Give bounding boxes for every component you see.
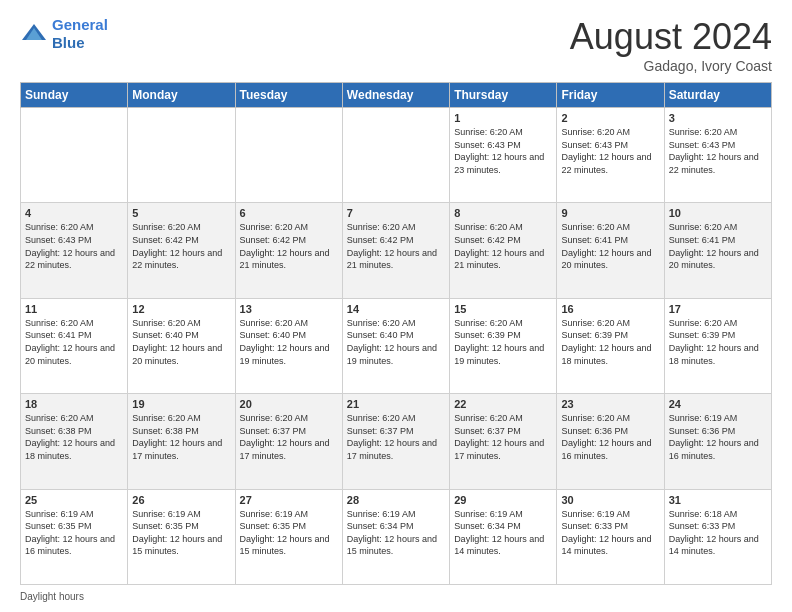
day-info: Sunrise: 6:19 AM Sunset: 6:36 PM Dayligh…: [669, 412, 767, 462]
day-number: 27: [240, 494, 338, 506]
calendar-cell: 6Sunrise: 6:20 AM Sunset: 6:42 PM Daylig…: [235, 203, 342, 298]
calendar-cell: 18Sunrise: 6:20 AM Sunset: 6:38 PM Dayli…: [21, 394, 128, 489]
calendar-table: SundayMondayTuesdayWednesdayThursdayFrid…: [20, 82, 772, 585]
calendar-cell: 29Sunrise: 6:19 AM Sunset: 6:34 PM Dayli…: [450, 489, 557, 584]
title-section: August 2024 Gadago, Ivory Coast: [570, 16, 772, 74]
day-info: Sunrise: 6:20 AM Sunset: 6:39 PM Dayligh…: [454, 317, 552, 367]
calendar-header-monday: Monday: [128, 83, 235, 108]
day-number: 22: [454, 398, 552, 410]
daylight-label: Daylight hours: [20, 591, 84, 602]
calendar-cell: 1Sunrise: 6:20 AM Sunset: 6:43 PM Daylig…: [450, 108, 557, 203]
calendar-cell: 31Sunrise: 6:18 AM Sunset: 6:33 PM Dayli…: [664, 489, 771, 584]
day-info: Sunrise: 6:20 AM Sunset: 6:43 PM Dayligh…: [669, 126, 767, 176]
day-info: Sunrise: 6:20 AM Sunset: 6:42 PM Dayligh…: [347, 221, 445, 271]
day-number: 3: [669, 112, 767, 124]
calendar-cell: 30Sunrise: 6:19 AM Sunset: 6:33 PM Dayli…: [557, 489, 664, 584]
calendar-header-friday: Friday: [557, 83, 664, 108]
day-number: 17: [669, 303, 767, 315]
calendar-header-wednesday: Wednesday: [342, 83, 449, 108]
calendar-cell: 4Sunrise: 6:20 AM Sunset: 6:43 PM Daylig…: [21, 203, 128, 298]
day-info: Sunrise: 6:19 AM Sunset: 6:35 PM Dayligh…: [240, 508, 338, 558]
calendar-cell: 3Sunrise: 6:20 AM Sunset: 6:43 PM Daylig…: [664, 108, 771, 203]
day-number: 2: [561, 112, 659, 124]
day-info: Sunrise: 6:20 AM Sunset: 6:38 PM Dayligh…: [132, 412, 230, 462]
day-number: 7: [347, 207, 445, 219]
day-number: 8: [454, 207, 552, 219]
month-year: August 2024: [570, 16, 772, 58]
calendar-cell: 2Sunrise: 6:20 AM Sunset: 6:43 PM Daylig…: [557, 108, 664, 203]
day-number: 14: [347, 303, 445, 315]
location: Gadago, Ivory Coast: [570, 58, 772, 74]
calendar-week-1: 1Sunrise: 6:20 AM Sunset: 6:43 PM Daylig…: [21, 108, 772, 203]
day-info: Sunrise: 6:19 AM Sunset: 6:34 PM Dayligh…: [347, 508, 445, 558]
logo-icon: [20, 20, 48, 48]
day-info: Sunrise: 6:20 AM Sunset: 6:39 PM Dayligh…: [561, 317, 659, 367]
day-info: Sunrise: 6:20 AM Sunset: 6:40 PM Dayligh…: [240, 317, 338, 367]
day-info: Sunrise: 6:20 AM Sunset: 6:42 PM Dayligh…: [240, 221, 338, 271]
day-number: 6: [240, 207, 338, 219]
day-number: 9: [561, 207, 659, 219]
calendar-cell: 28Sunrise: 6:19 AM Sunset: 6:34 PM Dayli…: [342, 489, 449, 584]
page: General Blue August 2024 Gadago, Ivory C…: [0, 0, 792, 612]
calendar-cell: 13Sunrise: 6:20 AM Sunset: 6:40 PM Dayli…: [235, 298, 342, 393]
calendar-cell: 26Sunrise: 6:19 AM Sunset: 6:35 PM Dayli…: [128, 489, 235, 584]
calendar-cell: 16Sunrise: 6:20 AM Sunset: 6:39 PM Dayli…: [557, 298, 664, 393]
day-info: Sunrise: 6:20 AM Sunset: 6:37 PM Dayligh…: [347, 412, 445, 462]
day-number: 28: [347, 494, 445, 506]
calendar-header-sunday: Sunday: [21, 83, 128, 108]
calendar-cell: 11Sunrise: 6:20 AM Sunset: 6:41 PM Dayli…: [21, 298, 128, 393]
day-info: Sunrise: 6:20 AM Sunset: 6:43 PM Dayligh…: [561, 126, 659, 176]
day-number: 24: [669, 398, 767, 410]
day-info: Sunrise: 6:20 AM Sunset: 6:41 PM Dayligh…: [25, 317, 123, 367]
day-number: 10: [669, 207, 767, 219]
calendar-cell: 8Sunrise: 6:20 AM Sunset: 6:42 PM Daylig…: [450, 203, 557, 298]
day-info: Sunrise: 6:20 AM Sunset: 6:42 PM Dayligh…: [132, 221, 230, 271]
calendar-week-2: 4Sunrise: 6:20 AM Sunset: 6:43 PM Daylig…: [21, 203, 772, 298]
calendar-cell: 19Sunrise: 6:20 AM Sunset: 6:38 PM Dayli…: [128, 394, 235, 489]
day-info: Sunrise: 6:20 AM Sunset: 6:41 PM Dayligh…: [561, 221, 659, 271]
day-info: Sunrise: 6:19 AM Sunset: 6:35 PM Dayligh…: [132, 508, 230, 558]
day-number: 18: [25, 398, 123, 410]
day-info: Sunrise: 6:19 AM Sunset: 6:33 PM Dayligh…: [561, 508, 659, 558]
calendar-header-row: SundayMondayTuesdayWednesdayThursdayFrid…: [21, 83, 772, 108]
calendar-cell: 10Sunrise: 6:20 AM Sunset: 6:41 PM Dayli…: [664, 203, 771, 298]
calendar-cell: 15Sunrise: 6:20 AM Sunset: 6:39 PM Dayli…: [450, 298, 557, 393]
calendar-cell: 17Sunrise: 6:20 AM Sunset: 6:39 PM Dayli…: [664, 298, 771, 393]
calendar-cell: 14Sunrise: 6:20 AM Sunset: 6:40 PM Dayli…: [342, 298, 449, 393]
calendar-cell: 20Sunrise: 6:20 AM Sunset: 6:37 PM Dayli…: [235, 394, 342, 489]
calendar-cell: 25Sunrise: 6:19 AM Sunset: 6:35 PM Dayli…: [21, 489, 128, 584]
day-number: 12: [132, 303, 230, 315]
day-info: Sunrise: 6:20 AM Sunset: 6:42 PM Dayligh…: [454, 221, 552, 271]
logo: General Blue: [20, 16, 108, 52]
calendar-cell: 7Sunrise: 6:20 AM Sunset: 6:42 PM Daylig…: [342, 203, 449, 298]
calendar-cell: 21Sunrise: 6:20 AM Sunset: 6:37 PM Dayli…: [342, 394, 449, 489]
day-number: 1: [454, 112, 552, 124]
day-number: 29: [454, 494, 552, 506]
calendar-cell: 12Sunrise: 6:20 AM Sunset: 6:40 PM Dayli…: [128, 298, 235, 393]
calendar-cell: [235, 108, 342, 203]
calendar-week-5: 25Sunrise: 6:19 AM Sunset: 6:35 PM Dayli…: [21, 489, 772, 584]
calendar-cell: 27Sunrise: 6:19 AM Sunset: 6:35 PM Dayli…: [235, 489, 342, 584]
footer: Daylight hours: [20, 591, 772, 602]
day-number: 30: [561, 494, 659, 506]
day-info: Sunrise: 6:20 AM Sunset: 6:38 PM Dayligh…: [25, 412, 123, 462]
calendar-week-4: 18Sunrise: 6:20 AM Sunset: 6:38 PM Dayli…: [21, 394, 772, 489]
day-number: 19: [132, 398, 230, 410]
calendar-cell: 23Sunrise: 6:20 AM Sunset: 6:36 PM Dayli…: [557, 394, 664, 489]
calendar-header-thursday: Thursday: [450, 83, 557, 108]
day-number: 13: [240, 303, 338, 315]
day-info: Sunrise: 6:20 AM Sunset: 6:37 PM Dayligh…: [240, 412, 338, 462]
day-number: 21: [347, 398, 445, 410]
day-info: Sunrise: 6:19 AM Sunset: 6:35 PM Dayligh…: [25, 508, 123, 558]
calendar-cell: 9Sunrise: 6:20 AM Sunset: 6:41 PM Daylig…: [557, 203, 664, 298]
day-number: 4: [25, 207, 123, 219]
day-info: Sunrise: 6:20 AM Sunset: 6:40 PM Dayligh…: [132, 317, 230, 367]
calendar-cell: [342, 108, 449, 203]
day-number: 23: [561, 398, 659, 410]
day-info: Sunrise: 6:20 AM Sunset: 6:39 PM Dayligh…: [669, 317, 767, 367]
day-number: 26: [132, 494, 230, 506]
calendar-cell: 24Sunrise: 6:19 AM Sunset: 6:36 PM Dayli…: [664, 394, 771, 489]
calendar-header-saturday: Saturday: [664, 83, 771, 108]
day-info: Sunrise: 6:20 AM Sunset: 6:37 PM Dayligh…: [454, 412, 552, 462]
day-info: Sunrise: 6:20 AM Sunset: 6:41 PM Dayligh…: [669, 221, 767, 271]
